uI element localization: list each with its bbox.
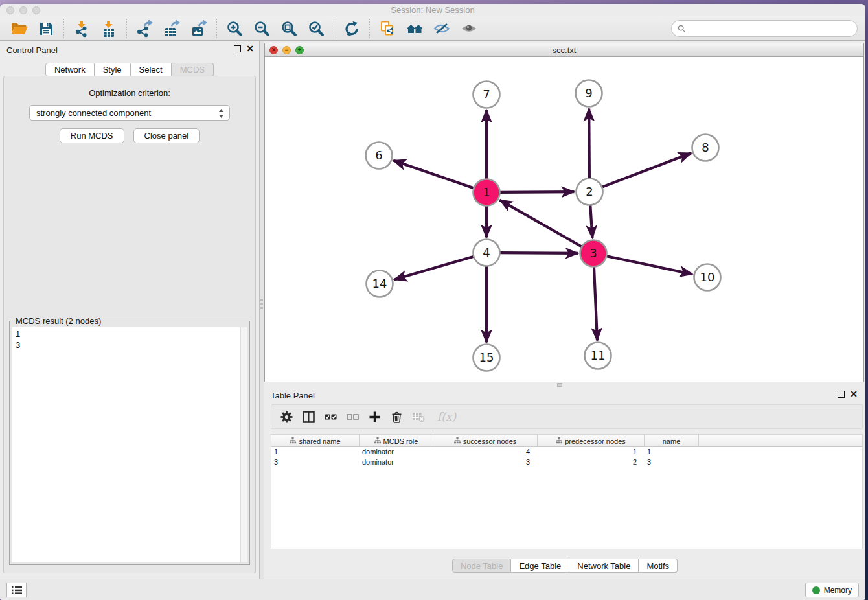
function-builder-icon[interactable]: f(x) [437, 410, 456, 423]
mcds-panel: Optimization criterion: strongly connect… [3, 76, 256, 573]
node-3[interactable]: 3 [580, 240, 607, 267]
save-button[interactable] [32, 19, 60, 38]
table-cell[interactable]: 4 [433, 447, 538, 457]
run-mcds-button[interactable]: Run MCDS [60, 128, 124, 143]
open-button[interactable] [5, 19, 32, 38]
node-2[interactable]: 2 [577, 179, 603, 205]
table-cell[interactable]: 1 [271, 447, 360, 457]
window-title: Session: New Session [0, 5, 865, 15]
edge-4-3[interactable] [499, 253, 578, 253]
column-header-successor-nodes[interactable]: successor nodes [433, 435, 538, 447]
import-network-button[interactable] [68, 19, 95, 38]
table-cell[interactable]: 3 [645, 457, 699, 468]
toolbar-separator [126, 19, 127, 38]
toolbar-separator [216, 19, 217, 38]
network-canvas[interactable]: 7 9 6 8 1 2 4 3 14 10 15 11 [265, 57, 863, 382]
table-cell[interactable]: 1 [538, 447, 645, 457]
edge-3-10[interactable] [606, 256, 692, 274]
tab-select[interactable]: Select [131, 63, 172, 76]
deselect-all-button[interactable] [343, 408, 362, 426]
table-panel-close-icon[interactable]: ✕ [850, 391, 858, 398]
edge-1-2[interactable] [499, 192, 575, 192]
criterion-dropdown[interactable]: strongly connected component [29, 105, 230, 121]
zoom-out-button[interactable] [248, 19, 275, 38]
column-header-shared-name[interactable]: shared name [271, 435, 360, 447]
zoom-fit-button[interactable] [275, 19, 303, 38]
edge-2-8[interactable] [601, 153, 691, 187]
table-panel-float-icon[interactable] [838, 391, 845, 398]
control-panel-close-icon[interactable]: ✕ [246, 45, 254, 52]
tab-motifs[interactable]: Motifs [639, 559, 678, 573]
tab-network-table[interactable]: Network Table [569, 559, 639, 573]
zoom-in-button[interactable] [221, 19, 248, 38]
edge-1-6[interactable] [393, 161, 474, 189]
column-header-predecessor-nodes[interactable]: predecessor nodes [538, 435, 645, 447]
add-column-button[interactable] [365, 408, 384, 426]
refresh-button[interactable] [338, 19, 365, 38]
tab-node-table[interactable]: Node Table [452, 559, 512, 573]
edge-2-3[interactable] [590, 205, 592, 238]
edge-4-14[interactable] [394, 256, 475, 279]
new-network-from-selection-button[interactable] [374, 19, 401, 38]
node-11[interactable]: 11 [585, 343, 611, 369]
zoom-selected-button[interactable] [303, 19, 330, 38]
node-15[interactable]: 15 [474, 345, 500, 371]
node-1[interactable]: 1 [474, 179, 500, 206]
control-panel-float-icon[interactable] [234, 45, 241, 52]
node-4[interactable]: 4 [474, 240, 500, 266]
table-cell[interactable]: 1 [645, 447, 699, 457]
edge-3-1[interactable] [499, 200, 582, 248]
node-7[interactable]: 7 [474, 82, 500, 108]
table-cell[interactable]: 2 [538, 457, 645, 468]
mcds-result-list[interactable]: 1 3 [12, 327, 240, 562]
close-panel-button[interactable]: Close panel [133, 128, 200, 143]
task-history-button[interactable] [6, 583, 27, 597]
node-6[interactable]: 6 [366, 143, 393, 169]
node-10[interactable]: 10 [694, 264, 721, 291]
search-text-field[interactable] [689, 24, 857, 33]
node-table[interactable]: shared nameMCDS rolesuccessor nodesprede… [271, 434, 863, 549]
column-layout-button[interactable] [299, 408, 318, 426]
memory-button[interactable]: Memory [805, 583, 859, 597]
node-14[interactable]: 14 [367, 271, 393, 297]
tab-mcds[interactable]: MCDS [172, 63, 214, 76]
export-image-button[interactable] [185, 19, 212, 38]
table-cell[interactable]: dominator [360, 447, 433, 457]
table-row[interactable]: 1dominator411 [271, 447, 862, 457]
column-header-MCDS-role[interactable]: MCDS role [360, 435, 433, 447]
table-toolbar: f(x) [271, 404, 863, 429]
svg-text:3: 3 [589, 246, 597, 260]
svg-text:6: 6 [375, 148, 382, 162]
vertical-splitter[interactable] [259, 41, 264, 579]
settings-button[interactable] [277, 408, 296, 426]
edge-2-9[interactable] [589, 109, 589, 179]
node-9[interactable]: 9 [576, 80, 602, 107]
table-cell[interactable]: 3 [271, 457, 360, 468]
tab-network[interactable]: Network [45, 63, 95, 76]
column-header-name[interactable]: name [645, 435, 699, 447]
import-table-button[interactable] [95, 19, 122, 38]
mcds-result-scrollbar[interactable] [240, 327, 247, 562]
svg-text:10: 10 [700, 270, 715, 284]
search-icon [678, 25, 686, 33]
delete-table-button[interactable] [409, 408, 428, 426]
table-row[interactable]: 3dominator323 [271, 457, 862, 468]
table-cell[interactable]: dominator [360, 457, 433, 468]
tab-edge-table[interactable]: Edge Table [511, 559, 569, 573]
hide-selected-button[interactable] [428, 19, 455, 38]
first-neighbors-button[interactable] [401, 19, 428, 38]
tab-style[interactable]: Style [95, 63, 131, 76]
edge-3-11[interactable] [594, 266, 597, 341]
svg-text:15: 15 [479, 351, 494, 364]
search-input[interactable] [671, 20, 858, 37]
node-8[interactable]: 8 [692, 135, 719, 161]
select-all-button[interactable] [321, 408, 340, 426]
export-table-button[interactable] [158, 19, 185, 38]
svg-text:9: 9 [585, 86, 592, 100]
network-graph[interactable]: 7 9 6 8 1 2 4 3 14 10 15 11 [265, 57, 865, 383]
delete-column-button[interactable] [387, 408, 406, 426]
export-network-button[interactable] [131, 19, 158, 38]
show-all-button[interactable] [455, 19, 483, 38]
table-cell[interactable]: 3 [433, 457, 538, 468]
window-titlebar: Session: New Session [0, 4, 865, 16]
